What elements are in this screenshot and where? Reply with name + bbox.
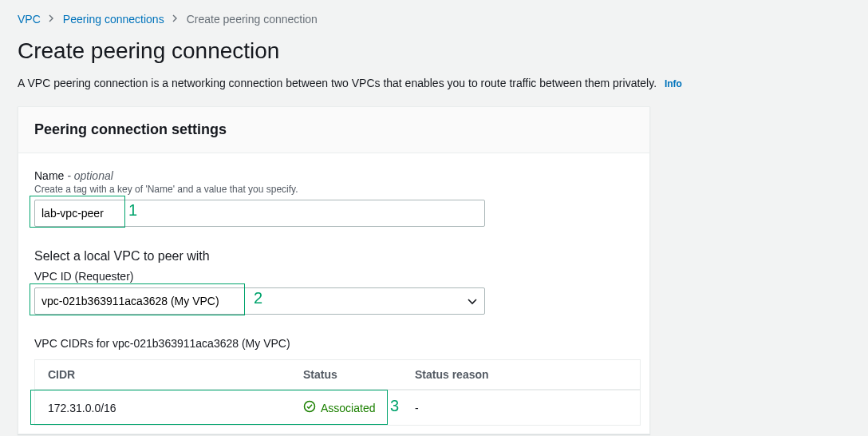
page-subtitle-text: A VPC peering connection is a networking… — [18, 77, 657, 89]
col-status-reason: Status reason — [415, 368, 627, 381]
name-hint: Create a tag with a key of 'Name' and a … — [34, 184, 633, 195]
name-input[interactable] — [34, 200, 485, 227]
table-row: 172.31.0.0/16 Associated - — [35, 390, 640, 425]
settings-panel: Peering connection settings Name - optio… — [18, 106, 650, 434]
name-label-text: Name — [34, 169, 64, 182]
table-header-row: CIDR Status Status reason — [35, 360, 640, 390]
status-text: Associated — [321, 402, 375, 414]
local-vpc-heading: Select a local VPC to peer with — [34, 249, 633, 264]
cidr-table: CIDR Status Status reason 172.31.0.0/16 … — [34, 359, 641, 426]
vpc-id-select[interactable]: vpc-021b363911aca3628 (My VPC) — [34, 287, 485, 315]
cell-status: Associated — [303, 400, 415, 415]
vpc-id-label: VPC ID (Requester) — [34, 270, 633, 283]
name-optional: - optional — [64, 169, 112, 182]
breadcrumb-peering-connections[interactable]: Peering connections — [63, 13, 164, 26]
breadcrumb-current: Create peering connection — [187, 13, 318, 26]
page-title: Create peering connection — [18, 38, 850, 64]
info-link[interactable]: Info — [665, 78, 682, 89]
panel-title: Peering connection settings — [34, 121, 633, 138]
breadcrumb: VPC Peering connections Create peering c… — [18, 13, 850, 26]
breadcrumb-vpc[interactable]: VPC — [18, 13, 41, 26]
chevron-right-icon — [172, 14, 179, 25]
col-status: Status — [303, 368, 415, 381]
cell-status-reason: - — [415, 402, 627, 414]
page-subtitle: A VPC peering connection is a networking… — [18, 75, 850, 92]
cell-cidr: 172.31.0.0/16 — [48, 402, 303, 414]
name-label: Name - optional — [34, 169, 633, 182]
col-cidr: CIDR — [48, 368, 303, 381]
panel-header: Peering connection settings — [18, 107, 649, 153]
chevron-right-icon — [49, 14, 55, 25]
vpc-cidrs-label: VPC CIDRs for vpc-021b363911aca3628 (My … — [34, 337, 633, 350]
check-circle-icon — [303, 400, 316, 415]
